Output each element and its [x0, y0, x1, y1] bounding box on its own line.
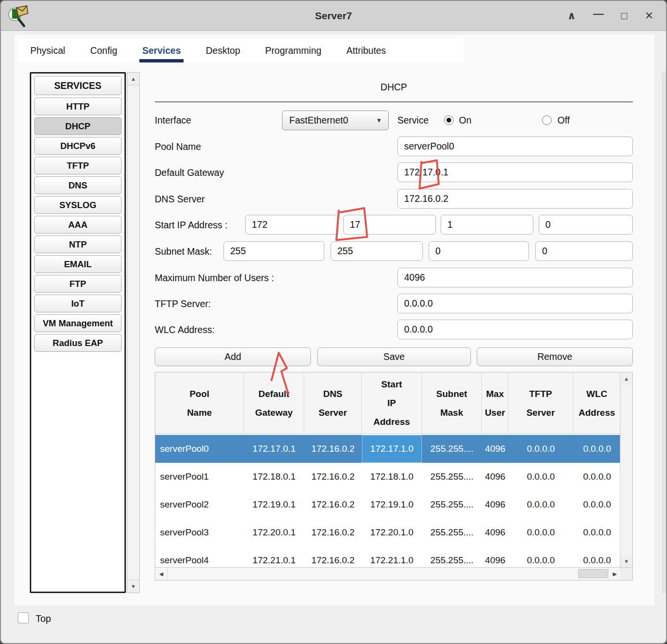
- top-checkbox[interactable]: [18, 612, 29, 623]
- table-cell[interactable]: 0.0.0.0: [508, 546, 573, 568]
- table-cell[interactable]: serverPool4: [155, 546, 244, 568]
- table-cell[interactable]: 4096: [482, 463, 508, 491]
- sidebar-item-syslog[interactable]: SYSLOG: [34, 196, 122, 214]
- table-cell[interactable]: 172.19.1.0: [362, 491, 422, 519]
- max-users-input[interactable]: [397, 268, 633, 287]
- add-button[interactable]: Add: [155, 347, 311, 366]
- column-header-tftp-server[interactable]: TFTP Server: [508, 372, 573, 433]
- tab-desktop[interactable]: Desktop: [193, 38, 253, 62]
- table-cell[interactable]: serverPool3: [155, 519, 244, 546]
- close-button[interactable]: ✕: [645, 11, 654, 21]
- sidebar-item-ftp[interactable]: FTP: [34, 275, 122, 293]
- table-cell[interactable]: 0.0.0.0: [573, 491, 621, 519]
- table-cell[interactable]: 4096: [482, 491, 508, 519]
- wlc-address-input[interactable]: [397, 320, 633, 339]
- subnet-mask-octet-3[interactable]: [429, 241, 529, 261]
- column-header-wlc-address[interactable]: WLC Address: [573, 372, 621, 433]
- table-row[interactable]: serverPool3172.20.0.1172.16.0.2172.20.1.…: [155, 519, 621, 546]
- table-cell[interactable]: 172.17.1.0: [362, 435, 422, 463]
- maximize-button[interactable]: □: [621, 11, 627, 21]
- tab-physical[interactable]: Physical: [18, 38, 78, 62]
- table-cell[interactable]: 0.0.0.0: [508, 519, 573, 546]
- table-cell[interactable]: 0.0.0.0: [573, 546, 621, 568]
- sidebar-item-vm-management[interactable]: VM Management: [34, 314, 122, 332]
- column-header-subnet-mask[interactable]: Subnet Mask: [422, 372, 482, 433]
- table-cell[interactable]: 255.255....: [422, 546, 482, 568]
- title-bar[interactable]: Server7 ∧—□✕: [1, 1, 666, 31]
- subnet-mask-octet-1[interactable]: [223, 241, 324, 261]
- dns-server-input[interactable]: [397, 189, 633, 209]
- column-header-max-user[interactable]: Max User: [482, 372, 508, 433]
- subnet-mask-octet-2[interactable]: [331, 241, 423, 261]
- table-cell[interactable]: 0.0.0.0: [508, 463, 573, 491]
- scroll-down-icon[interactable]: ▼: [127, 580, 139, 593]
- sidebar-item-aaa[interactable]: AAA: [34, 216, 122, 234]
- sidebar-item-iot[interactable]: IoT: [34, 295, 122, 312]
- sidebar-item-radius-eap[interactable]: Radius EAP: [34, 334, 122, 352]
- table-cell[interactable]: 4096: [482, 546, 508, 568]
- table-cell[interactable]: 172.17.0.1: [244, 435, 304, 463]
- table-horizontal-scrollbar[interactable]: ◀ ▶: [155, 567, 621, 580]
- scroll-right-icon[interactable]: ▶: [608, 568, 621, 580]
- sidebar-item-dns[interactable]: DNS: [34, 176, 122, 194]
- column-header-start-ip-address[interactable]: Start IP Address: [362, 372, 422, 433]
- interface-select[interactable]: FastEthernet0 ▼: [282, 111, 389, 130]
- default-gateway-input[interactable]: [397, 162, 633, 182]
- table-cell[interactable]: 4096: [482, 519, 508, 546]
- start-ip-octet-4[interactable]: [539, 215, 633, 235]
- tab-config[interactable]: Config: [78, 38, 130, 62]
- table-vertical-scrollbar[interactable]: ▲ ▼: [620, 372, 632, 568]
- service-off-radio[interactable]: [542, 115, 552, 125]
- table-cell[interactable]: serverPool1: [155, 463, 244, 491]
- shade-button[interactable]: ∧: [567, 11, 576, 21]
- table-cell[interactable]: 172.18.0.1: [244, 463, 304, 491]
- sidebar-item-http[interactable]: HTTP: [34, 98, 122, 115]
- subnet-mask-octet-4[interactable]: [535, 241, 633, 261]
- table-row[interactable]: serverPool4172.21.0.1172.16.0.2172.21.1.…: [155, 546, 621, 568]
- table-cell[interactable]: 172.18.1.0: [362, 463, 422, 491]
- tftp-server-input[interactable]: [397, 294, 633, 313]
- sidebar-item-email[interactable]: EMAIL: [34, 255, 122, 273]
- scroll-up-icon[interactable]: ▲: [127, 73, 139, 86]
- table-cell[interactable]: 172.21.1.0: [362, 546, 422, 568]
- scroll-left-icon[interactable]: ◀: [155, 568, 168, 580]
- column-header-dns-server[interactable]: DNS Server: [304, 372, 362, 433]
- table-cell[interactable]: serverPool0: [155, 435, 244, 463]
- sidebar-scrollbar[interactable]: ▲ ▼: [127, 72, 140, 593]
- table-cell[interactable]: 255.255....: [422, 435, 482, 463]
- sidebar-item-dhcpv6[interactable]: DHCPv6: [34, 137, 122, 155]
- table-cell[interactable]: 172.16.0.2: [304, 546, 362, 568]
- start-ip-octet-1[interactable]: [245, 215, 338, 235]
- table-cell[interactable]: serverPool2: [155, 491, 244, 519]
- remove-button[interactable]: Remove: [477, 347, 633, 366]
- scroll-up-icon[interactable]: ▲: [620, 372, 632, 385]
- table-cell[interactable]: 255.255....: [422, 491, 482, 519]
- tab-programming[interactable]: Programming: [253, 38, 334, 62]
- table-cell[interactable]: 0.0.0.0: [508, 435, 573, 463]
- minimize-button[interactable]: —: [593, 9, 604, 19]
- column-header-default-gateway[interactable]: Default Gateway: [244, 372, 304, 433]
- column-header-pool-name[interactable]: Pool Name: [155, 372, 244, 433]
- table-row[interactable]: serverPool2172.19.0.1172.16.0.2172.19.1.…: [155, 491, 621, 519]
- table-cell[interactable]: 172.16.0.2: [304, 491, 362, 519]
- tab-attributes[interactable]: Attributes: [334, 38, 398, 62]
- sidebar-item-ntp[interactable]: NTP: [34, 235, 122, 253]
- table-cell[interactable]: 0.0.0.0: [573, 435, 621, 463]
- pool-name-input[interactable]: [397, 136, 633, 156]
- service-on-radio[interactable]: [444, 115, 454, 125]
- table-cell[interactable]: 255.255....: [422, 463, 482, 491]
- sidebar-item-dhcp[interactable]: DHCP: [34, 117, 122, 135]
- scrollbar-thumb[interactable]: [578, 569, 608, 578]
- table-row[interactable]: serverPool0172.17.0.1172.16.0.2172.17.1.…: [155, 435, 621, 463]
- table-row[interactable]: serverPool1172.18.0.1172.16.0.2172.18.1.…: [155, 463, 621, 491]
- start-ip-octet-3[interactable]: [441, 215, 533, 235]
- table-cell[interactable]: 4096: [482, 435, 508, 463]
- table-cell[interactable]: 172.16.0.2: [304, 463, 362, 491]
- table-cell[interactable]: 172.21.0.1: [244, 546, 304, 568]
- table-cell[interactable]: 255.255....: [422, 519, 482, 546]
- table-cell[interactable]: 0.0.0.0: [508, 491, 573, 519]
- save-button[interactable]: Save: [317, 347, 471, 366]
- table-cell[interactable]: 172.16.0.2: [304, 519, 362, 546]
- table-cell[interactable]: 172.16.0.2: [304, 435, 362, 463]
- start-ip-octet-2[interactable]: [343, 215, 436, 235]
